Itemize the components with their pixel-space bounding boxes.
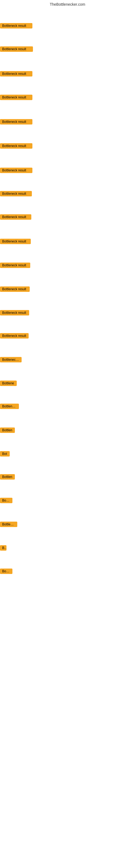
- bottleneck-badge-row: Bottleneck result: [0, 191, 32, 197]
- bottleneck-badge-row: Bottleneck result: [0, 167, 32, 174]
- bottleneck-badge-row: Bottleneck re: [0, 357, 21, 364]
- bottleneck-result-badge[interactable]: Bottlene: [0, 380, 17, 386]
- bottleneck-result-badge[interactable]: Bottleneck result: [0, 214, 31, 220]
- bottleneck-result-badge[interactable]: Bottleneck result: [0, 310, 29, 315]
- bottleneck-result-badge[interactable]: Bottleneck result: [0, 95, 32, 100]
- bottleneck-badge-row: Bottlen: [0, 474, 15, 480]
- bottleneck-badge-row: Bo: [0, 545, 6, 552]
- bottleneck-result-badge[interactable]: Bottleneck result: [0, 262, 30, 268]
- bottleneck-badge-row: Bottlene: [0, 380, 17, 387]
- bottleneck-badge-row: Bottleneck result: [0, 214, 31, 221]
- bottleneck-badge-row: Bottleneck result: [0, 310, 29, 316]
- bottleneck-result-badge[interactable]: Bottleneck re: [0, 357, 21, 362]
- bottleneck-badge-row: Bottleneck result: [0, 23, 32, 30]
- bottleneck-result-badge[interactable]: Bottleneck result: [0, 167, 32, 173]
- bottleneck-badge-row: Bot: [0, 451, 10, 458]
- bottleneck-badge-row: Bottleneck r: [0, 404, 19, 410]
- bottleneck-badge-row: Bottleneck result: [0, 143, 32, 150]
- bottleneck-result-badge[interactable]: Bottleneck result: [0, 143, 32, 149]
- bottleneck-badge-row: Bottleneck result: [0, 71, 32, 78]
- bottleneck-badge-row: Bottleneck result: [0, 239, 31, 245]
- bottleneck-result-badge[interactable]: Bottleneck result: [0, 119, 32, 124]
- bottleneck-badge-row: Bottle: [0, 498, 12, 504]
- bottleneck-badge-row: Bottlenec: [0, 522, 17, 528]
- bottleneck-badge-row: Bottleneck result: [0, 95, 32, 101]
- bottleneck-badge-row: Bottleneck result: [0, 262, 30, 269]
- bottleneck-badge-row: Bottleneck result: [0, 119, 32, 126]
- bottleneck-badge-row: Bottle: [0, 568, 12, 575]
- bottleneck-result-badge[interactable]: Bottleneck result: [0, 23, 32, 29]
- bottleneck-result-badge[interactable]: Bottlenec: [0, 522, 17, 527]
- bottleneck-result-badge[interactable]: Bottleneck r: [0, 404, 19, 409]
- bottleneck-badge-row: Bottleneck result: [0, 286, 30, 293]
- bottleneck-result-badge[interactable]: Bo: [0, 545, 6, 551]
- bottleneck-result-badge[interactable]: Bottleneck result: [0, 46, 33, 52]
- site-title: TheBottlenecker.com: [0, 0, 135, 8]
- bottleneck-result-badge[interactable]: Bottleneck result: [0, 71, 32, 76]
- bottleneck-result-badge[interactable]: Bottle: [0, 498, 12, 503]
- bottleneck-result-badge[interactable]: Bottleneck result: [0, 333, 29, 339]
- bottleneck-result-badge[interactable]: Bot: [0, 451, 10, 457]
- bottleneck-result-badge[interactable]: Bottleneck result: [0, 286, 30, 292]
- bottleneck-badge-row: Bottleneck result: [0, 46, 33, 53]
- bottleneck-result-badge[interactable]: Bottlen: [0, 474, 15, 479]
- bottleneck-result-badge[interactable]: Bottle: [0, 568, 12, 574]
- bottleneck-badge-row: Bottleneck result: [0, 333, 29, 340]
- bottleneck-result-badge[interactable]: Bottleneck result: [0, 191, 32, 196]
- bottleneck-badge-row: Bottlen: [0, 428, 15, 434]
- bottleneck-result-badge[interactable]: Bottleneck result: [0, 239, 31, 244]
- bottleneck-result-badge[interactable]: Bottlen: [0, 428, 15, 433]
